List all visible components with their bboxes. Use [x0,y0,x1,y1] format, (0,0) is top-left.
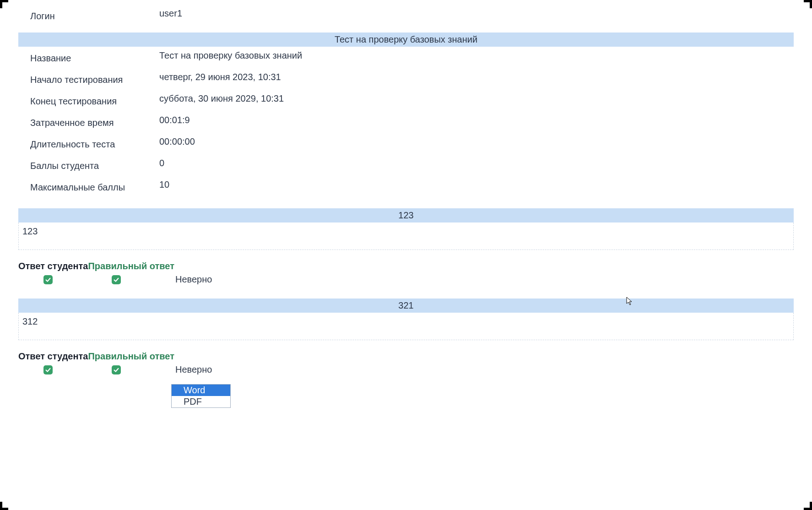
student-answer-header: Ответ студента [18,261,88,271]
test-info-label: Начало тестирования [18,70,159,85]
test-info-label: Максимальные баллы [18,178,159,193]
test-info-value: 00:01:9 [159,113,794,125]
test-info-row: Длительность теста 00:00:00 [18,133,794,152]
correct-check-cell [81,365,157,374]
test-info-row: Начало тестирования четверг, 29 июня 202… [18,68,794,87]
test-info-label: Конец тестирования [18,92,159,107]
test-header: Тест на проверку базовых знаний [18,33,794,47]
check-icon [112,365,121,374]
test-info-label: Затраченное время [18,113,159,128]
test-info-row: Максимальные баллы 10 [18,176,794,195]
test-info-value: Тест на проверку базовых знаний [159,49,794,61]
test-info-value: 10 [159,178,794,190]
test-info-row: Название Тест на проверку базовых знаний [18,47,794,65]
test-info-row: Затраченное время 00:01:9 [18,111,794,130]
export-format-dropdown[interactable]: Word PDF [171,384,231,408]
check-icon [112,275,121,284]
test-info-label: Название [18,49,159,64]
question-header: 321 [18,298,794,313]
answer-headers: Ответ студента Правильный ответ [18,261,794,271]
test-info-label: Баллы студента [18,156,159,171]
correct-answer-header: Правильный ответ [88,261,174,271]
test-info-row: Конец тестирования суббота, 30 июня 2029… [18,90,794,109]
student-check-cell [18,275,81,284]
question-block: 123 123 Ответ студента Правильный ответ … [18,208,794,285]
student-answer-header: Ответ студента [18,351,88,362]
test-info-value: суббота, 30 июня 2029, 10:31 [159,92,794,104]
question-block: 321 312 Ответ студента Правильный ответ … [18,298,794,375]
login-value: user1 [159,6,794,19]
answer-row: Неверно [18,274,794,285]
answer-headers: Ответ студента Правильный ответ [18,351,794,362]
test-info-row: Баллы студента 0 [18,154,794,173]
question-body: 123 [18,222,794,250]
question-body: 312 [18,313,794,340]
dropdown-option-pdf[interactable]: PDF [172,396,230,407]
login-row: Логин user1 [18,5,794,23]
corner-marker-tl [0,0,8,8]
check-icon [43,275,53,284]
correct-answer-header: Правильный ответ [88,351,174,362]
answer-text: Неверно [157,274,212,285]
report-container: Логин user1 Тест на проверку базовых зна… [0,5,812,408]
corner-marker-tr [804,0,812,8]
test-info-label: Длительность теста [18,135,159,150]
login-label: Логин [18,6,159,22]
question-header: 123 [18,208,794,222]
student-check-cell [18,365,81,374]
answer-row: Неверно [18,364,794,375]
test-info-value: 0 [159,156,794,168]
answer-text: Неверно [157,364,212,375]
check-icon [43,365,53,374]
correct-check-cell [81,275,157,284]
test-info-value: 00:00:00 [159,135,794,147]
test-info-value: четверг, 29 июня 2023, 10:31 [159,70,794,82]
dropdown-option-word[interactable]: Word [172,385,230,396]
